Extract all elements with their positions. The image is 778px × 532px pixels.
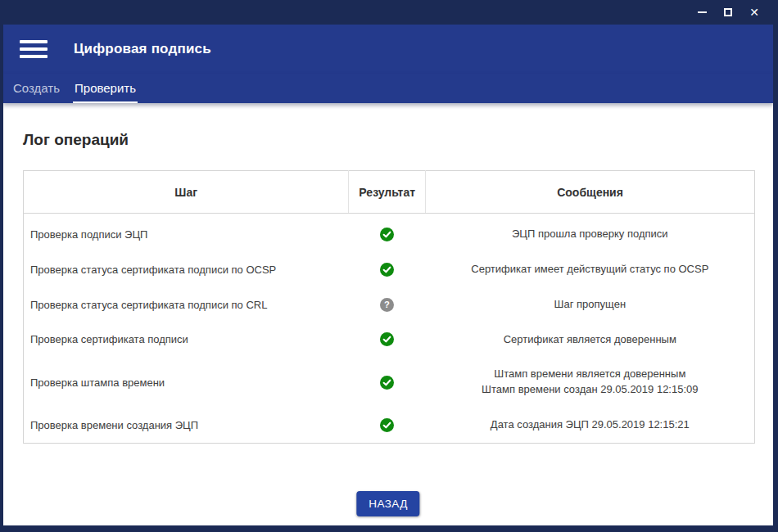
result-cell [349, 408, 426, 443]
tab-create[interactable]: Создать [11, 74, 61, 103]
message-line: Дата создания ЭЦП 29.05.2019 12:15:21 [432, 417, 748, 433]
maximize-icon [724, 8, 732, 16]
step-cell: Проверка статуса сертификата подписи по … [24, 287, 349, 322]
app-body: Цифровая подпись Создать Проверить Лог о… [3, 25, 773, 525]
table-row: Проверка статуса сертификата подписи по … [24, 252, 755, 287]
main-content: Лог операций Шаг Результат Сообщения Про… [3, 103, 773, 525]
table-header: Шаг Результат Сообщения [24, 171, 755, 214]
result-cell [349, 214, 426, 252]
messages-cell: ЭЦП прошла проверку подписи [426, 214, 755, 252]
table-row: Проверка штампа времениШтамп времени явл… [24, 357, 755, 408]
tab-bar: Создать Проверить [3, 74, 773, 103]
app-window: ✕ Цифровая подпись Создать Проверить Лог… [0, 0, 778, 532]
table-row: Проверка времени создания ЭЦПДата создан… [24, 408, 755, 443]
os-titlebar: ✕ [3, 0, 773, 25]
message-line: Шаг пропущен [432, 297, 748, 313]
result-cell: ? [349, 287, 426, 322]
messages-cell: Шаг пропущен [426, 287, 755, 322]
table-row: Проверка подписи ЭЦПЭЦП прошла проверку … [24, 214, 755, 252]
app-title: Цифровая подпись [74, 41, 211, 57]
table-row: Проверка сертификата подписиСертификат я… [24, 322, 755, 358]
log-table-body: Проверка подписи ЭЦПЭЦП прошла проверку … [24, 214, 755, 444]
hamburger-menu-icon[interactable] [20, 40, 47, 58]
messages-cell: Сертификат имеет действущий статус по OC… [426, 252, 755, 287]
message-line: Сертификат имеет действущий статус по OC… [432, 262, 748, 277]
column-header-step: Шаг [24, 171, 349, 214]
success-check-icon [380, 332, 394, 346]
close-button[interactable]: ✕ [742, 3, 767, 21]
messages-cell: Сертификат является доверенным [426, 322, 755, 358]
svg-text:?: ? [384, 300, 390, 309]
back-button[interactable]: НАЗАД [356, 491, 419, 516]
close-icon: ✕ [749, 7, 759, 18]
messages-cell: Штамп времени является довереннымШтамп в… [426, 357, 755, 408]
success-check-icon [380, 418, 394, 432]
result-cell [349, 357, 426, 408]
minimize-button[interactable] [690, 3, 714, 21]
minimize-icon [698, 11, 707, 13]
step-cell: Проверка штампа времени [24, 357, 349, 408]
column-header-result: Результат [349, 171, 426, 214]
success-check-icon [380, 376, 394, 390]
step-cell: Проверка подписи ЭЦП [24, 214, 349, 252]
message-line: ЭЦП прошла проверку подписи [432, 227, 748, 242]
message-line: Штамп времени является доверенным [432, 367, 748, 382]
step-cell: Проверка времени создания ЭЦП [24, 408, 349, 443]
operations-log-table: Шаг Результат Сообщения Проверка подписи… [23, 170, 755, 444]
success-check-icon [380, 263, 394, 277]
tab-verify[interactable]: Проверить [73, 74, 138, 103]
message-line: Штамп времени создан 29.05.2019 12:15:09 [432, 382, 748, 398]
table-row: Проверка статуса сертификата подписи по … [24, 287, 755, 322]
step-cell: Проверка статуса сертификата подписи по … [24, 252, 349, 287]
success-check-icon [380, 228, 394, 241]
step-cell: Проверка сертификата подписи [24, 322, 349, 358]
maximize-button[interactable] [716, 3, 740, 21]
skipped-question-icon: ? [380, 298, 394, 312]
page-title: Лог операций [23, 131, 755, 149]
messages-cell: Дата создания ЭЦП 29.05.2019 12:15:21 [426, 408, 755, 443]
result-cell [349, 322, 426, 358]
app-header: Цифровая подпись [3, 25, 773, 74]
result-cell [349, 252, 426, 287]
column-header-messages: Сообщения [426, 171, 755, 214]
message-line: Сертификат является доверенным [432, 332, 748, 348]
